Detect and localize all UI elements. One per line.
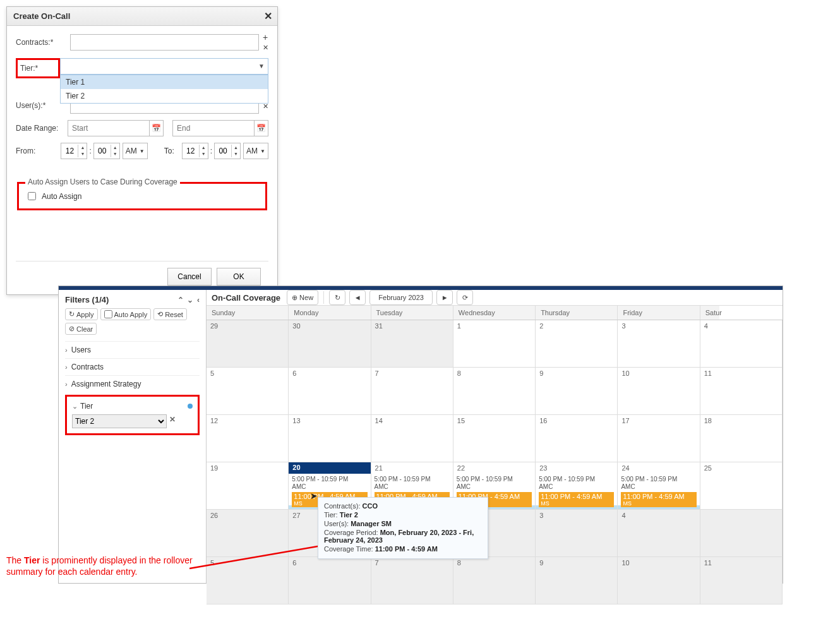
- event-slot[interactable]: 5:00 PM - 10:59 PMAMC: [292, 476, 367, 491]
- event-tooltip: Contract(s): CCO Tier: Tier 2 User(s): M…: [318, 497, 488, 559]
- calendar-cell[interactable]: 1: [453, 320, 536, 368]
- calendar-cell[interactable]: 29: [207, 320, 289, 368]
- event-slot[interactable]: 5:00 PM - 10:59 PMAMC: [457, 476, 532, 491]
- plus-icon[interactable]: +: [263, 32, 268, 42]
- date-number: 26: [210, 512, 218, 519]
- event-slot[interactable]: 5:00 PM - 10:59 PMAMC: [375, 476, 450, 491]
- date-number: 8: [457, 559, 461, 567]
- reset-filters-button[interactable]: ⟲Reset: [153, 308, 187, 320]
- month-display[interactable]: February 2023: [369, 290, 433, 305]
- next-month-button[interactable]: ►: [436, 290, 453, 305]
- event-slot-tier2[interactable]: 11:00 PM - 4:59 AMMS: [621, 492, 696, 507]
- chevron-right-icon: ›: [65, 346, 68, 354]
- collapse-all-icon[interactable]: ⌃: [177, 296, 184, 304]
- ok-button[interactable]: OK: [217, 268, 261, 285]
- event-slot[interactable]: 5:00 PM - 10:59 PMAMC: [621, 476, 696, 491]
- clear-contracts-icon[interactable]: ✕: [263, 44, 268, 52]
- calendar-cell[interactable]: 4: [700, 320, 783, 368]
- tier-select[interactable]: [60, 58, 268, 75]
- calendar-cell[interactable]: 10: [618, 368, 700, 415]
- apply-filters-button[interactable]: ↻Apply: [65, 308, 98, 320]
- calendar-cell[interactable]: 8: [453, 557, 536, 604]
- calendar-icon[interactable]: 📅: [150, 120, 164, 136]
- event-slot[interactable]: 5:00 PM - 10:59 PMAMC: [539, 476, 614, 491]
- calendar-cell[interactable]: 6: [289, 368, 371, 415]
- date-number: 16: [539, 417, 547, 424]
- calendar-cell[interactable]: 2: [536, 320, 618, 368]
- date-number: 7: [375, 370, 379, 377]
- calendar-cell[interactable]: 15: [453, 415, 536, 462]
- calendar-icon[interactable]: 📅: [255, 120, 268, 136]
- refresh-icon: ↻: [335, 294, 340, 302]
- tier-option-1[interactable]: Tier 1: [61, 75, 268, 89]
- calendar-cell[interactable]: 14: [371, 415, 453, 462]
- refresh-button[interactable]: ↻: [329, 290, 345, 305]
- auto-assign-checkbox-label[interactable]: Auto Assign: [25, 190, 259, 202]
- calendar-cell[interactable]: 19: [207, 462, 289, 510]
- tier-label: Tier:*: [16, 58, 60, 78]
- calendar-cell[interactable]: 9: [536, 368, 618, 415]
- calendar-cell[interactable]: 11: [700, 557, 783, 604]
- calendar-cell[interactable]: 18: [700, 415, 783, 462]
- dialog-title-bar: Create On-Call ✕: [7, 7, 277, 26]
- calendar-cell[interactable]: 31: [371, 320, 453, 368]
- clear-filters-button[interactable]: ⊘Clear: [65, 323, 97, 335]
- chevron-down-icon[interactable]: ▼: [258, 63, 265, 69]
- close-icon[interactable]: ✕: [264, 10, 272, 22]
- new-button[interactable]: ⊕New: [287, 290, 318, 305]
- to-ampm-select[interactable]: AM▼: [243, 143, 268, 159]
- calendar-cell[interactable]: 8: [453, 368, 536, 415]
- calendar-cell[interactable]: [700, 510, 783, 557]
- calendar-cell[interactable]: 235:00 PM - 10:59 PMAMC11:00 PM - 4:59 A…: [536, 462, 618, 510]
- clear-tier-filter-icon[interactable]: ✕: [169, 415, 176, 424]
- start-date-input[interactable]: [68, 120, 150, 136]
- date-range-label: Date Range:: [16, 124, 68, 133]
- calendar-cell[interactable]: 11: [700, 368, 783, 415]
- cancel-button[interactable]: Cancel: [167, 268, 212, 285]
- filter-group-tier: ⌄Tier Tier 2 ✕: [65, 395, 200, 435]
- tier-option-2[interactable]: Tier 2: [61, 89, 268, 103]
- from-hour-stepper[interactable]: ▲▼: [61, 143, 87, 159]
- end-date-input[interactable]: [172, 120, 255, 136]
- refresh-icon: ↻: [69, 310, 75, 318]
- prev-month-button[interactable]: ◄: [349, 290, 366, 305]
- to-hour-stepper[interactable]: ▲▼: [182, 143, 208, 159]
- from-ampm-select[interactable]: AM▼: [123, 143, 148, 159]
- date-number: 13: [292, 417, 300, 424]
- auto-apply-toggle[interactable]: Auto Apply: [100, 308, 152, 320]
- today-button[interactable]: ⟳: [457, 290, 473, 305]
- calendar-cell[interactable]: 17: [618, 415, 700, 462]
- hide-sidebar-icon[interactable]: ‹: [197, 296, 200, 304]
- calendar-cell[interactable]: 10: [618, 557, 700, 604]
- from-min-stepper[interactable]: ▲▼: [93, 143, 120, 159]
- calendar-cell[interactable]: 16: [536, 415, 618, 462]
- filter-group-contracts[interactable]: ›Contracts: [65, 363, 200, 371]
- filter-group-users[interactable]: ›Users: [65, 346, 200, 354]
- calendar-cell[interactable]: 245:00 PM - 10:59 PMAMC11:00 PM - 4:59 A…: [618, 462, 700, 510]
- chevron-left-icon: ◄: [354, 294, 361, 301]
- calendar-cell[interactable]: 3: [618, 320, 700, 368]
- event-slot-tier2[interactable]: 11:00 PM - 4:59 AMMS: [539, 492, 614, 507]
- calendar-cell[interactable]: 25: [700, 462, 783, 510]
- calendar-cell[interactable]: 12: [207, 415, 289, 462]
- calendar-cell[interactable]: 7: [371, 557, 453, 604]
- contracts-input[interactable]: [70, 34, 259, 51]
- auto-assign-checkbox[interactable]: [28, 192, 36, 200]
- to-min-stepper[interactable]: ▲▼: [214, 143, 241, 159]
- dialog-title: Create On-Call: [13, 11, 70, 21]
- date-number: 9: [539, 370, 543, 377]
- calendar-cell[interactable]: 30: [289, 320, 371, 368]
- calendar-cell[interactable]: 3: [536, 510, 618, 557]
- calendar-cell[interactable]: 7: [371, 368, 453, 415]
- calendar-cell[interactable]: 9: [536, 557, 618, 604]
- calendar-cell[interactable]: 5: [207, 368, 289, 415]
- date-number: 30: [292, 322, 300, 330]
- date-number: 1: [457, 322, 461, 330]
- expand-all-icon[interactable]: ⌄: [187, 296, 193, 304]
- calendar-cell[interactable]: 4: [618, 510, 700, 557]
- filter-group-strategy[interactable]: ›Assignment Strategy: [65, 380, 200, 388]
- calendar-cell[interactable]: 13: [289, 415, 371, 462]
- chevron-right-icon: ►: [441, 294, 448, 301]
- tier-filter-select[interactable]: Tier 2: [72, 414, 167, 428]
- history-icon: ⟳: [462, 294, 468, 302]
